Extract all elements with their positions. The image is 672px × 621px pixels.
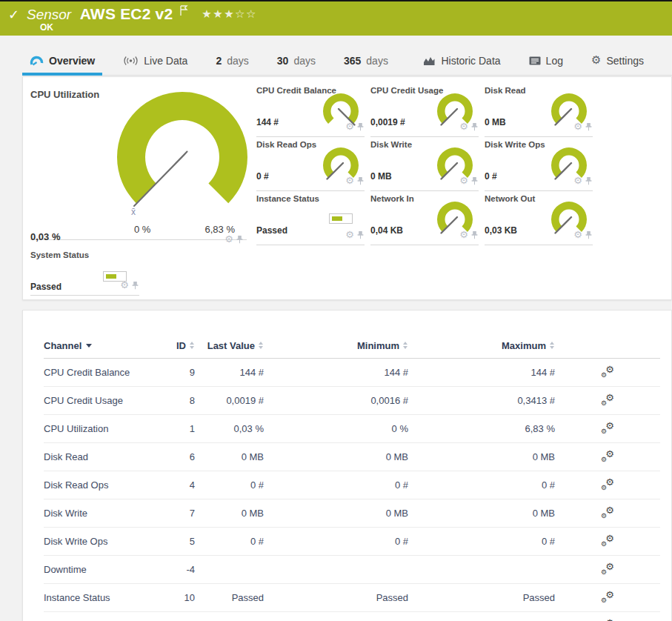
channel-row[interactable]: Disk Read Ops 4 0 # 0 # 0 # ⚙⚙ [44,471,660,499]
channel-settings-gears-icon[interactable]: ⚙⚙ [601,365,614,377]
tab-number: 2 [216,55,222,67]
channel-tile: CPU Credit Usage 0,0019 # ⚙ [370,83,479,137]
channel-tile: CPU Credit Balance 144 # ⚙ [256,83,365,137]
channel-row[interactable]: CPU Credit Usage 8 0,0019 # 0,0016 # 0,3… [44,387,660,415]
channel-row[interactable]: CPU Credit Balance 9 144 # 144 # 144 # ⚙… [44,359,660,387]
channel-settings-gear-icon[interactable]: ⚙ [573,122,582,131]
tab-365-days[interactable]: 365 days [336,46,396,75]
tab-live-data[interactable]: Live Data [116,46,195,75]
pin-icon[interactable] [585,230,593,239]
channel-settings-gears-icon[interactable]: ⚙⚙ [601,562,614,574]
channel-id: 1 [170,415,195,443]
column-header-last-value[interactable]: Last Value [195,310,264,359]
tab-unit: days [293,55,316,67]
live-signal-icon [123,56,139,66]
tab-settings[interactable]: ⚙ Settings [584,46,651,75]
tab-historic-data[interactable]: Historic Data [416,46,508,75]
sensor-name: AWS EC2 v2 [80,5,173,22]
sensor-status-badge: OK [40,22,53,33]
channel-row[interactable]: Disk Read 6 0 MB 0 MB 0 MB ⚙⚙ [44,443,660,471]
channel-settings-gear-icon[interactable]: ⚙ [573,230,582,239]
pin-icon[interactable] [356,230,365,239]
tile-value: 0 MB [370,171,392,182]
channel-settings-gear-icon[interactable]: ⚙ [459,176,468,185]
tab-log[interactable]: Log [522,46,570,75]
tile-value: 0,03 KB [485,225,517,236]
channel-row[interactable]: Network In 2 0,04 KB 0,03 KB 1.688 KB ⚙⚙ [44,612,660,621]
channel-minimum: 0 MB [264,499,408,528]
channel-last-value: 0 # [195,528,264,556]
channel-settings-gears-icon[interactable]: ⚙⚙ [601,534,614,546]
channel-row[interactable]: Disk Write 7 0 MB 0 MB 0 MB ⚙⚙ [44,499,660,528]
channel-tile: Disk Write 0 MB ⚙ [370,137,479,191]
channel-row[interactable]: Downtime -4 ⚙⚙ [44,556,660,584]
channel-minimum: 0 # [264,471,408,499]
channel-settings-gears-icon[interactable]: ⚙⚙ [601,422,614,434]
channel-settings-gears-icon[interactable]: ⚙⚙ [601,450,614,462]
pin-icon[interactable] [356,122,365,131]
pin-icon[interactable] [356,176,365,185]
channel-settings-gear-icon[interactable]: ⚙ [573,176,582,185]
sort-icon [403,342,408,350]
channel-settings-gear-icon[interactable]: ⚙ [345,230,354,239]
channel-id: 5 [170,528,195,556]
channel-maximum: 0 # [408,471,555,499]
channel-settings-gears-icon[interactable]: ⚙⚙ [601,393,614,405]
tile-title: Disk Read Ops [256,140,316,149]
channel-name: Instance Status [44,584,170,612]
sort-icon [550,342,555,350]
channel-last-value: Passed [195,584,264,612]
flag-icon[interactable] [179,5,188,19]
status-indicator [329,213,353,224]
pin-icon[interactable] [470,176,479,185]
column-header-maximum[interactable]: Maximum [408,310,555,359]
channel-id: 4 [170,471,195,499]
column-header-id[interactable]: ID [170,310,195,359]
channel-settings-gear-icon[interactable]: ⚙ [459,230,468,239]
pin-icon[interactable] [585,176,593,185]
tab-overview[interactable]: Overview [22,46,102,75]
tab-number: 30 [277,55,289,67]
pin-icon[interactable] [131,281,139,290]
channel-settings-gear-icon[interactable]: ⚙ [224,234,233,244]
tab-label: Settings [606,55,644,67]
channel-row[interactable]: CPU Utilization 1 0,03 % 0 % 6,83 % ⚙⚙ [44,415,660,443]
channel-settings-gears-icon[interactable]: ⚙⚙ [601,506,614,518]
tab-2-days[interactable]: 2 days [208,46,256,75]
channel-minimum: 0,03 KB [264,612,408,621]
tab-30-days[interactable]: 30 days [270,46,323,75]
channel-id: 10 [170,584,195,612]
pin-icon[interactable] [470,122,479,131]
channel-minimum: Passed [264,584,408,612]
pin-icon[interactable] [236,235,244,244]
pin-icon[interactable] [470,230,479,239]
channel-minimum: 0 % [264,415,408,443]
channel-maximum: 0,3413 # [408,387,555,415]
channel-name: Network In [44,612,170,621]
channel-minimum [264,556,408,584]
cpu-utilization-tile: CPU Utilization x̄ 0 % 6,83 % 0,03 % ⚙ [30,87,247,240]
channel-settings-gears-icon[interactable]: ⚙⚙ [601,591,614,602]
channel-row[interactable]: Disk Write Ops 5 0 # 0 # 0 # ⚙⚙ [44,528,660,556]
tile-title: Instance Status [256,194,319,203]
channel-maximum: 0 # [408,528,555,556]
channel-settings-gears-icon[interactable]: ⚙⚙ [601,478,614,490]
tab-label: Log [546,55,563,67]
pin-icon[interactable] [585,122,593,131]
channel-settings-gear-icon[interactable]: ⚙ [459,122,468,131]
gauge-icon [30,55,44,66]
priority-stars[interactable]: ★★★☆☆ [202,7,257,20]
channel-settings-gear-icon[interactable]: ⚙ [120,280,129,290]
channel-name: CPU Utilization [44,415,170,443]
channel-row[interactable]: Instance Status 10 Passed Passed Passed … [44,584,660,612]
channel-settings-gear-icon[interactable]: ⚙ [345,176,354,185]
channel-settings-gear-icon[interactable]: ⚙ [345,122,354,131]
sensor-type-label: Sensor [27,7,71,22]
column-header-channel[interactable]: Channel [44,310,170,359]
channel-name: CPU Credit Balance [44,359,170,387]
channel-name: Disk Write Ops [44,528,170,556]
tile-title: Disk Write Ops [485,140,545,149]
column-header-minimum[interactable]: Minimum [264,310,408,359]
channel-last-value: 0,03 % [195,415,264,443]
channel-last-value: 0,0019 # [195,387,264,415]
